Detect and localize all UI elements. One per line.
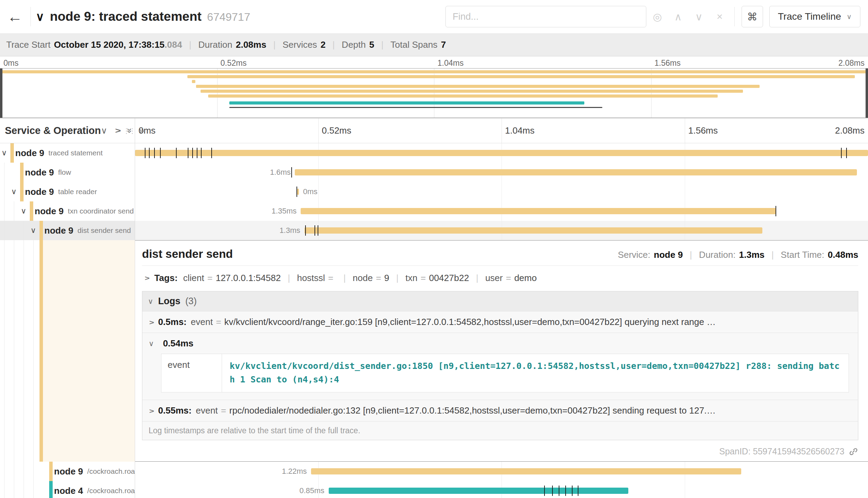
span-tick [578, 486, 578, 496]
log-entry[interactable]: ∨0.54mseventkv/kvclient/kvcoord/dist_sen… [142, 333, 858, 400]
scrubber-right-handle[interactable] [866, 69, 868, 118]
find-input[interactable] [445, 6, 646, 27]
chevron-right-icon[interactable]: ∨ [147, 408, 156, 414]
minimap-canvas[interactable] [0, 68, 868, 118]
span-duration-label: 1.35ms [272, 207, 296, 216]
span-name-cell[interactable]: ∨node 9table reader [0, 182, 135, 201]
indent-guide [4, 462, 5, 481]
span-row[interactable]: ∨node 9dist sender send1.3ms [0, 221, 868, 240]
span-row[interactable]: ∨node 9txn coordinator send1.35ms [0, 201, 868, 221]
span-row[interactable]: ∨node 9table reader0ms [0, 182, 868, 201]
trace-minimap: 0ms 0.52ms 1.04ms 1.56ms 2.08ms [0, 56, 868, 118]
span-timeline-cell[interactable]: 0.85ms [135, 481, 868, 498]
chevron-down-icon[interactable]: ∨ [1, 148, 7, 157]
match-highlight-icon[interactable]: ◎ [648, 7, 667, 26]
span-name-cell[interactable]: ∨node 9traced statement [0, 143, 135, 163]
summary-items: Trace StartOctober 15 2020, 17:38:15.084… [6, 39, 446, 50]
prev-result-button[interactable]: ∧ [668, 7, 688, 26]
span-bar[interactable] [304, 227, 763, 234]
span-timeline-cell[interactable]: 1.6ms [135, 163, 868, 182]
equals-sign: = [221, 405, 226, 416]
chevron-down-icon[interactable]: ∨ [149, 339, 154, 348]
span-bar[interactable] [295, 169, 857, 175]
trace-collapse-chevron-icon[interactable]: ∨ [36, 10, 44, 24]
back-button[interactable]: ← [4, 6, 26, 28]
deep-link-icon[interactable] [849, 447, 858, 456]
minimap-viewport-scrubber[interactable] [0, 68, 868, 118]
span-timeline-cell[interactable]: 1.22ms [135, 462, 868, 481]
indent-guide [33, 240, 34, 462]
logs-header[interactable]: ∨ Logs (3) [142, 291, 858, 311]
service-name: node 9 [25, 167, 54, 178]
separator: | [333, 39, 335, 50]
indent-guide [33, 462, 34, 481]
chevron-down-icon[interactable]: ∨ [21, 207, 26, 216]
chevron-right-icon[interactable]: ∨ [147, 320, 156, 325]
span-timeline-cell[interactable]: 1.35ms [135, 201, 868, 221]
operations-header-title: Service & Operation [5, 125, 101, 136]
span-bar[interactable] [329, 488, 628, 494]
trace-title-text: node 9: traced statement [50, 9, 202, 24]
span-row[interactable]: ∨node 9traced statement [0, 143, 868, 163]
service-name: node 4 [54, 486, 83, 496]
expand-one-icon[interactable]: ∨ [112, 127, 122, 134]
span-timeline-cell[interactable]: 1.3ms [135, 221, 868, 240]
chevron-down-icon[interactable]: ∨ [11, 187, 17, 196]
service-color-strip [20, 163, 24, 182]
span-tick [296, 187, 297, 197]
service-color-strip [39, 240, 43, 462]
span-bar[interactable] [301, 208, 776, 214]
chevron-down-icon: ∨ [148, 297, 153, 306]
summary-value: 2 [320, 39, 325, 50]
collapse-one-icon[interactable]: ∨ [101, 126, 107, 136]
summary-value: 2.08ms [236, 39, 266, 50]
tag-item: client=127.0.0.1:54582 [183, 273, 281, 283]
chevron-right-icon: ∨ [143, 275, 151, 281]
span-duration-label: 0ms [303, 187, 318, 196]
span-detail-row: dist sender send Service:node 9|Duration… [0, 240, 868, 462]
span-name-cell[interactable]: node 9flow [0, 163, 135, 182]
tag-item: user=demo [485, 273, 537, 283]
span-bar[interactable] [297, 189, 299, 195]
clear-search-button[interactable]: × [710, 7, 729, 26]
indent-guide [4, 240, 5, 462]
summary-label: Duration [198, 39, 232, 50]
gridline [502, 118, 502, 143]
span-row[interactable]: node 4/cockroach.roachpb.I...0.85ms [0, 481, 868, 498]
scrubber-left-handle[interactable] [0, 69, 2, 118]
indent-guide [33, 481, 34, 498]
span-meta: Service:node 9|Duration:1.3ms|Start Time… [618, 250, 858, 260]
keyboard-shortcuts-button[interactable]: ⌘ [742, 6, 763, 27]
span-tick [559, 486, 559, 496]
span-tick [154, 148, 155, 158]
span-name-cell[interactable]: ∨node 9txn coordinator send [0, 201, 135, 221]
span-timeline-cell[interactable]: 0ms [135, 182, 868, 201]
trace-view-selector[interactable]: Trace Timeline ∨ [769, 6, 860, 27]
indent-guide [24, 481, 24, 498]
span-duration-label: 1.3ms [280, 226, 300, 235]
tags-row[interactable]: ∨ Tags: client=127.0.0.1:54582|hostssl=|… [142, 270, 858, 286]
log-entry[interactable]: ∨0.5ms:event=kv/kvclient/kvcoord/range_i… [142, 311, 858, 333]
span-row[interactable]: node 9/cockroach.roachpb.I...1.22ms [0, 462, 868, 481]
column-resizer-grip[interactable]: ⋮⋮ [123, 127, 135, 135]
chevron-down-icon[interactable]: ∨ [30, 226, 36, 235]
tag-key: node [353, 273, 373, 283]
span-name-cell[interactable]: node 9/cockroach.roachpb.I... [0, 462, 135, 481]
log-entry[interactable]: ∨0.55ms:event=rpc/nodedialer/nodedialer.… [142, 400, 858, 421]
detail-meta-item: Duration:1.3ms [699, 250, 764, 260]
log-entry-header[interactable]: ∨0.54ms [149, 338, 852, 349]
span-tick [160, 148, 161, 158]
log-fields-table: eventkv/kvclient/kvcoord/dist_sender.go:… [161, 354, 849, 392]
span-bar[interactable] [311, 468, 741, 474]
span-name-cell[interactable]: node 4/cockroach.roachpb.I... [0, 481, 135, 498]
span-name-cell[interactable]: ∨node 9dist sender send [0, 221, 135, 240]
log-field-key: event [196, 405, 218, 416]
span-bar[interactable] [135, 150, 868, 156]
span-row[interactable]: node 9flow1.6ms [0, 163, 868, 182]
tag-value: 9 [384, 273, 389, 283]
span-tick [192, 148, 193, 158]
next-result-button[interactable]: ∨ [689, 7, 709, 26]
jaeger-trace-view: ← ∨ node 9: traced statement6749717 ◎ ∧ … [0, 0, 868, 498]
span-timeline-cell[interactable] [135, 143, 868, 163]
tag-item: txn=00427b22 [406, 273, 469, 283]
